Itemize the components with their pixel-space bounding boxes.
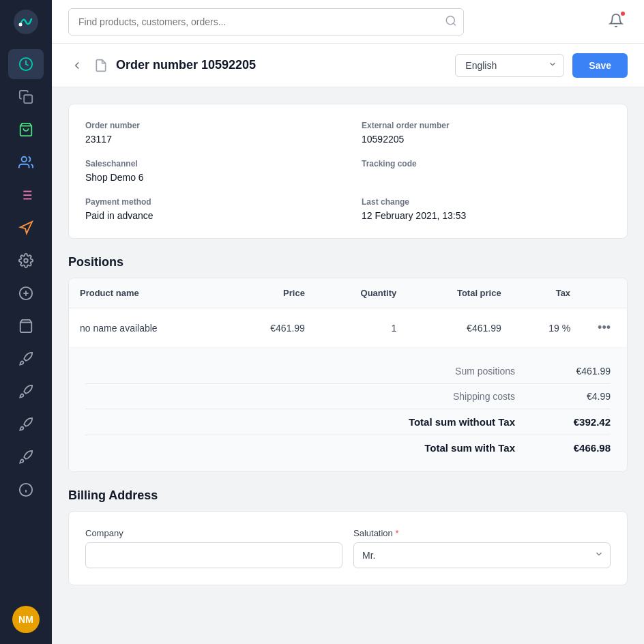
total-without-tax-label: Total sum without Tax xyxy=(406,416,542,428)
payment-method-field: Payment method Paid in advance xyxy=(85,197,334,222)
document-icon xyxy=(94,59,108,72)
search-button[interactable] xyxy=(445,14,457,29)
row-price: €461.99 xyxy=(226,308,316,348)
payment-method-label: Payment method xyxy=(85,197,334,207)
table-row: no name available €461.99 1 €461.99 19 %… xyxy=(69,308,627,348)
tracking-code-field: Tracking code xyxy=(362,159,611,184)
sidebar-item-info[interactable] xyxy=(8,475,44,505)
saleschannel-label: Saleschannel xyxy=(85,159,334,169)
billing-address-title: Billing Address xyxy=(68,488,628,503)
positions-table: Product name Price Quantity Total price … xyxy=(69,278,627,348)
notification-badge xyxy=(619,10,626,17)
svg-line-21 xyxy=(453,23,455,25)
table-header-row: Product name Price Quantity Total price … xyxy=(69,278,627,308)
total-without-tax-value: €392.42 xyxy=(542,416,611,428)
sidebar-item-dashboard[interactable] xyxy=(8,49,44,79)
sidebar-item-add[interactable] xyxy=(8,278,44,308)
topbar xyxy=(52,0,644,44)
summary-section: Sum positions €461.99 Shipping costs €4.… xyxy=(69,348,627,471)
company-label: Company xyxy=(85,528,342,538)
sum-positions-row: Sum positions €461.99 xyxy=(85,359,611,384)
shipping-costs-label: Shipping costs xyxy=(406,391,542,402)
external-order-number-field: External order number 10592205 xyxy=(362,121,611,145)
back-button[interactable] xyxy=(68,57,86,74)
save-button[interactable]: Save xyxy=(572,53,628,78)
sidebar-item-rocket4[interactable] xyxy=(8,442,44,472)
tracking-code-label: Tracking code xyxy=(362,159,611,169)
order-number-label: Order number xyxy=(85,121,334,130)
last-change-label: Last change xyxy=(362,197,611,207)
svg-point-1 xyxy=(19,23,23,27)
shipping-costs-row: Shipping costs €4.99 xyxy=(85,384,611,409)
positions-section: Positions Product name Price Quantity To… xyxy=(68,255,628,472)
sidebar-item-rocket3[interactable] xyxy=(8,409,44,439)
payment-method-value: Paid in advance xyxy=(85,210,153,221)
svg-rect-3 xyxy=(24,95,32,103)
sidebar-item-customers[interactable] xyxy=(8,147,44,177)
sidebar-item-settings[interactable] xyxy=(8,246,44,276)
salutation-select[interactable]: Mr. Mrs. Ms. Dr. xyxy=(353,542,611,568)
topbar-right xyxy=(604,9,628,34)
total-with-tax-value: €466.98 xyxy=(542,442,611,454)
total-without-tax-row: Total sum without Tax €392.42 xyxy=(85,409,611,435)
row-quantity: 1 xyxy=(316,308,407,348)
salutation-label: Salutation * xyxy=(353,528,611,538)
avatar[interactable]: NM xyxy=(12,606,40,633)
col-header-product-name: Product name xyxy=(69,278,226,308)
order-info-card: Order number 23117 External order number… xyxy=(68,104,628,239)
billing-address-card: Company Salutation * Mr. Mrs xyxy=(68,511,628,585)
row-actions-button[interactable]: ••• xyxy=(592,318,616,338)
total-with-tax-label: Total sum with Tax xyxy=(406,442,542,454)
page-title: Order number 10592205 xyxy=(116,58,447,72)
body-content: Order number 23117 External order number… xyxy=(52,87,644,602)
sidebar-item-shop[interactable] xyxy=(8,311,44,341)
company-field: Company xyxy=(85,528,342,568)
content-area: Order number 10592205 English German Fre… xyxy=(52,44,644,644)
col-header-actions xyxy=(581,278,627,308)
salutation-select-wrap: Mr. Mrs. Ms. Dr. xyxy=(353,542,611,568)
shipping-costs-value: €4.99 xyxy=(542,391,611,402)
col-header-tax: Tax xyxy=(512,278,581,308)
external-order-number-label: External order number xyxy=(362,121,611,130)
total-with-tax-row: Total sum with Tax €466.98 xyxy=(85,435,611,460)
search-input[interactable] xyxy=(68,8,464,35)
last-change-value: 12 February 2021, 13:53 xyxy=(362,210,466,221)
positions-card: Product name Price Quantity Total price … xyxy=(68,278,628,472)
sidebar-item-rocket1[interactable] xyxy=(8,344,44,374)
sidebar-item-orders[interactable] xyxy=(8,82,44,112)
language-select[interactable]: English German French Spanish xyxy=(455,54,564,77)
positions-title: Positions xyxy=(68,255,628,269)
row-total-price: €461.99 xyxy=(407,308,512,348)
billing-grid: Company Salutation * Mr. Mrs xyxy=(85,528,611,568)
col-header-quantity: Quantity xyxy=(316,278,407,308)
search-wrap xyxy=(68,8,464,35)
col-header-price: Price xyxy=(226,278,316,308)
external-order-number-value: 10592205 xyxy=(362,134,404,145)
sum-positions-value: €461.99 xyxy=(542,366,611,377)
row-product-name: no name available xyxy=(69,308,226,348)
order-number-field: Order number 23117 xyxy=(85,121,334,145)
sum-positions-label: Sum positions xyxy=(406,366,542,377)
svg-point-20 xyxy=(446,16,454,24)
salutation-required-star: * xyxy=(395,528,398,538)
sidebar: NM xyxy=(0,0,52,644)
row-tax: 19 % xyxy=(512,308,581,348)
svg-point-12 xyxy=(24,259,28,263)
billing-address-section: Billing Address Company Salutation * xyxy=(68,488,628,585)
salutation-field: Salutation * Mr. Mrs. Ms. Dr. xyxy=(353,528,611,568)
notification-button[interactable] xyxy=(604,9,628,34)
order-number-value: 23117 xyxy=(85,134,112,145)
sidebar-item-marketing[interactable] xyxy=(8,180,44,210)
app-logo[interactable] xyxy=(0,0,52,44)
sidebar-item-promotions[interactable] xyxy=(8,213,44,243)
sidebar-item-products[interactable] xyxy=(8,115,44,145)
language-selector-wrap: English German French Spanish xyxy=(455,54,564,77)
col-header-total-price: Total price xyxy=(407,278,512,308)
last-change-field: Last change 12 February 2021, 13:53 xyxy=(362,197,611,222)
saleschannel-value: Shop Demo 6 xyxy=(85,172,144,183)
company-input[interactable] xyxy=(85,542,342,568)
page-header: Order number 10592205 English German Fre… xyxy=(52,44,644,87)
row-actions: ••• xyxy=(581,308,627,348)
sidebar-item-rocket2[interactable] xyxy=(8,377,44,407)
saleschannel-field: Saleschannel Shop Demo 6 xyxy=(85,159,334,184)
